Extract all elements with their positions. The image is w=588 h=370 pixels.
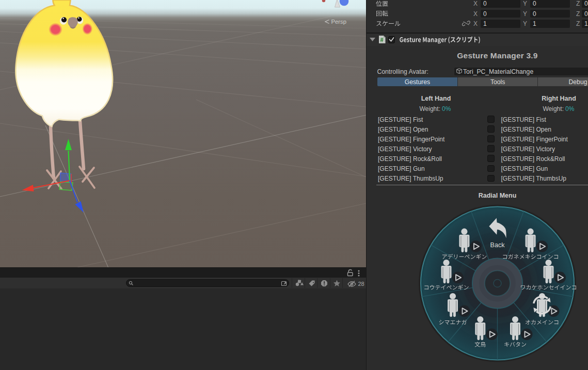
svg-text:Persp: Persp [331,19,347,25]
svg-text:z: z [346,5,348,10]
svg-text:Back: Back [490,242,505,249]
svg-text:28: 28 [358,281,364,287]
